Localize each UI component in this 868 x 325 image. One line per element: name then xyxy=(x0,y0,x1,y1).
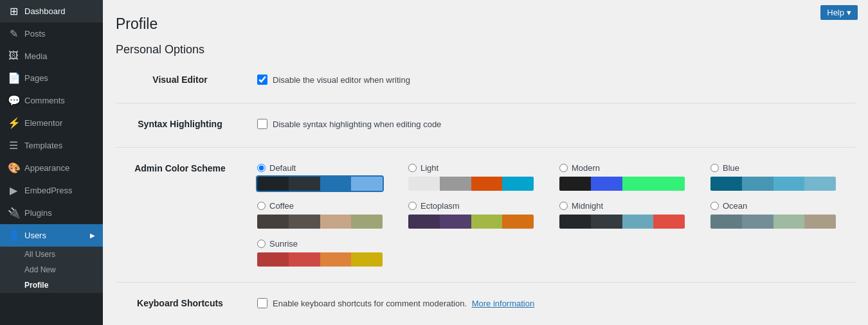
color-swatches-ectoplasm xyxy=(408,215,534,229)
color-scheme-ocean[interactable]: Ocean xyxy=(710,201,849,229)
syntax-highlighting-row: Syntax Highlighting Disable syntax highl… xyxy=(116,111,855,139)
color-swatch-sunrise-3 xyxy=(351,252,383,267)
color-scheme-label-ocean[interactable]: Ocean xyxy=(710,201,849,211)
color-scheme-name-modern: Modern xyxy=(572,163,600,173)
sidebar-item-posts[interactable]: ✎ Posts xyxy=(0,22,103,45)
visual-editor-checkbox[interactable] xyxy=(257,75,267,85)
color-scheme-ectoplasm[interactable]: Ectoplasm xyxy=(408,201,547,229)
color-scheme-label-midnight[interactable]: Midnight xyxy=(559,201,698,211)
keyboard-shortcuts-checkbox[interactable] xyxy=(257,298,267,308)
sidebar-item-comments[interactable]: 💬 Comments xyxy=(0,89,103,112)
more-information-link[interactable]: More information xyxy=(472,299,535,308)
color-scheme-label-modern[interactable]: Modern xyxy=(559,163,698,173)
color-swatches-sunrise xyxy=(257,252,383,267)
color-scheme-label-ectoplasm[interactable]: Ectoplasm xyxy=(408,201,547,211)
elementor-icon: ⚡ xyxy=(8,117,19,129)
help-button[interactable]: Help ▾ xyxy=(820,5,858,20)
sidebar-item-embedpress[interactable]: ▶ EmbedPress xyxy=(0,179,103,202)
color-swatches-midnight xyxy=(559,215,685,229)
sidebar-item-elementor[interactable]: ⚡ Elementor xyxy=(0,112,103,134)
color-swatch-midnight-1 xyxy=(591,215,622,229)
sidebar-item-label: Plugins xyxy=(24,208,52,218)
color-scheme-name-coffee: Coffee xyxy=(269,201,294,211)
sidebar-item-label: Posts xyxy=(24,29,46,39)
sidebar-sub-profile[interactable]: Profile xyxy=(0,277,103,293)
submenu-arrow: ▶ xyxy=(90,232,95,239)
color-scheme-sunrise[interactable]: Sunrise xyxy=(257,239,395,267)
color-scheme-label-coffee[interactable]: Coffee xyxy=(257,201,395,211)
syntax-highlighting-checkbox[interactable] xyxy=(257,119,267,129)
help-label: Help xyxy=(827,8,844,17)
sidebar-item-label: Templates xyxy=(24,141,62,150)
color-swatches-blue xyxy=(710,177,836,191)
color-swatch-midnight-0 xyxy=(559,215,591,229)
color-swatch-ocean-1 xyxy=(742,215,773,229)
color-swatch-light-2 xyxy=(471,177,503,191)
visual-editor-checkbox-row: Disable the visual editor when writing xyxy=(257,75,855,85)
sidebar-item-label: Pages xyxy=(24,73,48,83)
sidebar-item-appearance[interactable]: 🎨 Appearance xyxy=(0,157,103,179)
color-swatch-coffee-1 xyxy=(289,215,320,229)
color-swatches-coffee xyxy=(257,215,383,229)
main-content: Help ▾ Profile Personal Options Visual E… xyxy=(103,0,868,325)
color-scheme-radio-light[interactable] xyxy=(408,164,417,172)
color-scheme-label-blue[interactable]: Blue xyxy=(710,163,849,173)
color-scheme-radio-ectoplasm[interactable] xyxy=(408,202,417,210)
keyboard-shortcuts-checkbox-row: Enable keyboard shortcuts for comment mo… xyxy=(257,298,855,308)
color-scheme-radio-midnight[interactable] xyxy=(559,202,568,210)
sidebar-item-plugins[interactable]: 🔌 Plugins xyxy=(0,202,103,224)
syntax-highlighting-checkbox-label[interactable]: Disable syntax highlighting when editing… xyxy=(273,119,441,129)
color-scheme-midnight[interactable]: Midnight xyxy=(559,201,698,229)
sidebar-item-dashboard[interactable]: ⊞ Dashboard xyxy=(0,0,103,22)
color-swatch-coffee-2 xyxy=(320,215,352,229)
color-scheme-blue[interactable]: Blue xyxy=(710,163,849,191)
color-scheme-label-light[interactable]: Light xyxy=(408,163,547,173)
color-swatch-light-3 xyxy=(502,177,534,191)
color-swatch-modern-2 xyxy=(622,177,654,191)
color-swatch-sunrise-2 xyxy=(320,252,352,267)
color-scheme-coffee[interactable]: Coffee xyxy=(257,201,395,229)
sidebar-item-label: Users xyxy=(24,231,46,240)
color-swatch-default-0 xyxy=(257,177,289,191)
page-title: Profile xyxy=(116,15,855,33)
color-swatch-coffee-3 xyxy=(351,215,383,229)
sidebar-item-media[interactable]: 🖼 Media xyxy=(0,45,103,67)
color-scheme-radio-modern[interactable] xyxy=(559,164,568,172)
color-scheme-light[interactable]: Light xyxy=(408,163,547,191)
color-swatch-midnight-3 xyxy=(653,215,685,229)
comments-icon: 💬 xyxy=(8,94,19,107)
admin-color-scheme-label: Admin Color Scheme xyxy=(134,163,226,173)
keyboard-shortcuts-checkbox-label[interactable]: Enable keyboard shortcuts for comment mo… xyxy=(273,299,534,308)
sidebar-item-pages[interactable]: 📄 Pages xyxy=(0,67,103,89)
color-scheme-label-default[interactable]: Default xyxy=(257,163,395,173)
color-swatch-coffee-0 xyxy=(257,215,289,229)
color-scheme-default[interactable]: Default xyxy=(257,163,395,191)
pages-icon: 📄 xyxy=(8,72,19,84)
dashboard-icon: ⊞ xyxy=(8,5,19,17)
color-swatches-default xyxy=(257,177,383,191)
sidebar-item-label: Comments xyxy=(24,96,65,105)
color-swatch-sunrise-1 xyxy=(289,252,320,267)
color-swatch-midnight-2 xyxy=(622,215,654,229)
sidebar-item-templates[interactable]: ☰ Templates xyxy=(0,134,103,157)
color-swatch-blue-0 xyxy=(710,177,742,191)
keyboard-shortcuts-label: Keyboard Shortcuts xyxy=(137,298,223,308)
plugins-icon: 🔌 xyxy=(8,207,19,219)
color-scheme-radio-blue[interactable] xyxy=(710,164,719,172)
color-scheme-modern[interactable]: Modern xyxy=(559,163,698,191)
sidebar-item-users[interactable]: 👤 Users ▶ xyxy=(0,224,103,247)
color-scheme-name-light: Light xyxy=(420,163,439,173)
color-swatch-modern-1 xyxy=(591,177,622,191)
visual-editor-row: Visual Editor Disable the visual editor … xyxy=(116,67,855,95)
visual-editor-checkbox-label[interactable]: Disable the visual editor when writing xyxy=(273,75,410,85)
templates-icon: ☰ xyxy=(8,139,19,152)
color-scheme-radio-default[interactable] xyxy=(257,164,266,172)
sidebar-item-label: EmbedPress xyxy=(24,186,72,195)
color-swatch-default-3 xyxy=(351,177,383,191)
color-scheme-label-sunrise[interactable]: Sunrise xyxy=(257,239,395,249)
sidebar-sub-add-new[interactable]: Add New xyxy=(0,262,103,277)
sidebar-sub-all-users[interactable]: All Users xyxy=(0,247,103,262)
color-scheme-radio-coffee[interactable] xyxy=(257,202,266,210)
color-scheme-radio-sunrise[interactable] xyxy=(257,240,266,248)
color-scheme-radio-ocean[interactable] xyxy=(710,202,719,210)
